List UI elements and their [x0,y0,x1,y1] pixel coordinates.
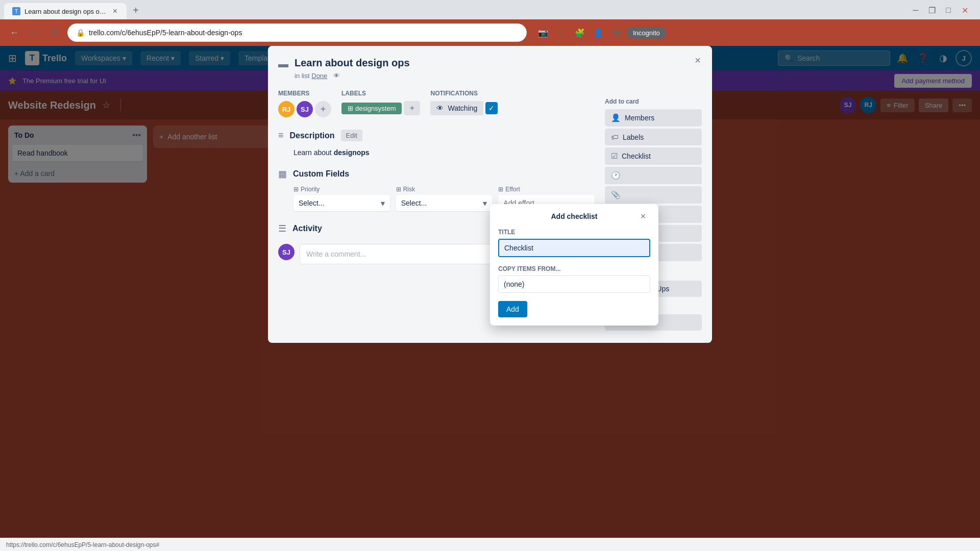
copy-from-select[interactable]: (none) [498,276,650,293]
copy-items-section: Copy items from... (none) [498,265,650,293]
add-label-btn[interactable]: + [404,101,420,115]
popup-close-btn[interactable]: × [636,209,650,223]
address-bar[interactable]: 🔒 trello.com/c/6ehusEpP/5-learn-about-de… [67,23,527,42]
label-name: designsystem [355,105,396,112]
title-label: Title [498,229,650,236]
sidebar-labels-btn[interactable]: 🏷 Labels [605,129,702,145]
effort-label-text: Effort [505,186,520,193]
risk-label: ⊞ Risk [396,186,493,193]
card-title-icon: ▬ [278,58,288,70]
window-close[interactable]: ✕ [958,3,972,17]
notifications-group: Notifications 👁 Watching ✓ [430,90,498,117]
priority-label-text: Priority [301,186,320,193]
priority-select[interactable]: Select... Low Medium High [293,195,390,211]
list-link[interactable]: Done [311,72,327,80]
custom-fields-title: Custom Fields [293,169,349,179]
labels-group: Labels ⊞ designsystem + [341,90,420,117]
new-tab-btn[interactable]: + [129,3,143,17]
profile-btn[interactable]: 👤 [590,24,606,41]
card-title: Learn about design ops [295,56,410,70]
add-member-btn[interactable]: + [315,101,331,117]
watch-btn-icon: 👁 [436,104,444,112]
sidebar-dates-btn[interactable]: 🕐 [605,167,702,184]
sidebar-labels-label: Labels [623,133,644,141]
members-label: Members [278,90,331,97]
labels-row: ⊞ designsystem + [341,101,420,115]
add-to-card-label: Add to card [605,98,702,105]
watching-check[interactable]: ✓ [485,102,498,114]
description-title: Description [290,131,335,140]
tab-favicon: T [12,7,20,15]
member-rj[interactable]: RJ [278,101,295,117]
sidebar-labels-icon: 🏷 [611,133,619,141]
add-checklist-btn[interactable]: Add [498,301,527,317]
card-list-info: in list Done 👁 [295,72,702,80]
priority-select-wrapper: Select... Low Medium High ▾ [293,195,390,211]
risk-icon: ⊞ [396,186,401,193]
description-bold: designops [334,148,370,157]
comment-avatar: SJ [278,244,295,260]
window-restore[interactable]: ❐ [925,3,939,17]
comment-placeholder: Write a comment... [306,250,366,258]
custom-fields-icon: ▦ [278,168,287,180]
label-chip[interactable]: ⊞ designsystem [341,103,402,114]
risk-label-text: Risk [403,186,415,193]
add-checklist-popup: Add checklist × Title Copy items from...… [490,204,658,325]
incognito-btn[interactable]: Incognito [627,27,666,39]
edit-description-btn[interactable]: Edit [341,130,362,141]
watching-btn[interactable]: 👁 Watching [430,101,483,115]
modal-close-btn[interactable]: × [690,52,706,68]
notification-row: 👁 Watching ✓ [430,101,498,115]
menu-btn[interactable]: ⋮ [668,24,684,41]
tab-title: Learn about design ops on Webs... [24,8,108,15]
members-group: Members RJ SJ + [278,90,331,117]
risk-select-wrapper: Select... Low Medium High ▾ [396,195,493,211]
risk-select[interactable]: Select... Low Medium High [396,195,493,211]
activity-icon: ☰ [278,223,286,234]
description-header: ≡ Description Edit [278,130,595,141]
sidebar-members-icon: 👤 [611,113,621,122]
member-avatars: RJ SJ + [278,101,331,117]
member-sj[interactable]: SJ [297,101,313,117]
sidebar-checklist-icon: ☑ [611,152,618,161]
priority-icon: ⊞ [293,186,299,193]
notifications-label: Notifications [430,90,498,97]
forward-btn[interactable]: → [27,24,43,41]
checklist-title-input[interactable] [498,239,650,257]
risk-field: ⊞ Risk Select... Low Medium High ▾ [396,186,493,211]
description-content: Learn about [293,148,334,157]
camera-btn[interactable]: 📷 [535,24,551,41]
activity-title-row: ☰ Activity [278,223,322,234]
status-url: https://trello.com/c/6ehusEpP/5-learn-ab… [6,541,159,548]
bookmark-btn[interactable]: ☆ [553,24,570,41]
priority-field: ⊞ Priority Select... Low Medium High ▾ [293,186,390,211]
copy-label: Copy items from... [498,265,650,272]
window-controls: ─ ❐ □ ✕ [909,3,976,19]
tab-close-btn[interactable]: × [112,7,118,15]
sidebar-btn[interactable]: ▤ [608,24,625,41]
popup-header: Add checklist × [498,212,650,220]
label-icon: ⊞ [348,105,353,112]
window-maximize[interactable]: □ [941,3,955,17]
reload-btn[interactable]: ↻ [47,24,63,41]
attach-icon: 📎 [611,190,621,199]
watching-label: Watching [448,104,477,112]
browser-actions: 📷 ☆ 🧩 👤 ▤ Incognito ⋮ [535,24,684,41]
sidebar-attachment-btn[interactable]: 📎 [605,186,702,204]
description-text: Learn about designops [293,147,595,158]
active-tab[interactable]: T Learn about design ops on Webs... × [4,3,127,19]
watch-icon[interactable]: 👁 [333,72,340,80]
sidebar-checklist-btn[interactable]: ☑ Checklist [605,147,702,165]
list-label: in list [295,72,310,80]
sidebar-checklist-label: Checklist [622,152,651,160]
extensions-btn[interactable]: 🧩 [572,24,588,41]
window-minimize[interactable]: ─ [909,3,923,17]
sidebar-members-btn[interactable]: 👤 Members [605,109,702,127]
back-btn[interactable]: ← [6,24,22,41]
card-title-row: ▬ Learn about design ops [278,56,702,70]
lock-icon: 🔒 [76,29,85,37]
custom-fields-header: ▦ Custom Fields [278,168,595,180]
description-icon: ≡ [278,130,284,141]
meta-section: Members RJ SJ + Labels ⊞ designsystem [278,90,595,117]
labels-label: Labels [341,90,420,97]
